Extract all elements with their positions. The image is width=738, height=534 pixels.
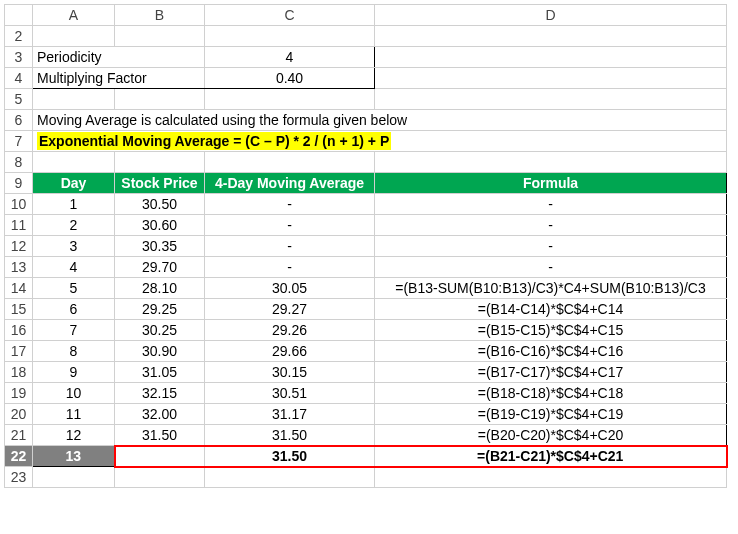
col-header-A[interactable]: A xyxy=(33,5,115,26)
row-header-18[interactable]: 18 xyxy=(5,362,33,383)
cell-ma[interactable]: 31.50 xyxy=(205,425,375,446)
cell-formula[interactable]: =(B14-C14)*$C$4+C14 xyxy=(375,299,727,320)
cell-price[interactable]: 28.10 xyxy=(115,278,205,299)
row-header-4[interactable]: 4 xyxy=(5,68,33,89)
cell-A5[interactable] xyxy=(33,89,115,110)
cell-day[interactable]: 9 xyxy=(33,362,115,383)
cell-A2[interactable] xyxy=(33,26,115,47)
row-header-5[interactable]: 5 xyxy=(5,89,33,110)
cell-A3[interactable]: Periodicity xyxy=(33,47,205,68)
row-header-19[interactable]: 19 xyxy=(5,383,33,404)
cell-D5[interactable] xyxy=(375,89,727,110)
cell-formula[interactable]: - xyxy=(375,257,727,278)
row-header-3[interactable]: 3 xyxy=(5,47,33,68)
cell-formula[interactable]: =(B17-C17)*$C$4+C17 xyxy=(375,362,727,383)
cell-ma[interactable]: 29.66 xyxy=(205,341,375,362)
cell-A23[interactable] xyxy=(33,467,115,488)
cell-price[interactable]: 32.15 xyxy=(115,383,205,404)
cell-ma[interactable]: - xyxy=(205,236,375,257)
cell-day[interactable]: 2 xyxy=(33,215,115,236)
cell-formula[interactable]: =(B13-SUM(B10:B13)/C3)*C4+SUM(B10:B13)/C… xyxy=(375,278,727,299)
cell-price[interactable]: 31.50 xyxy=(115,425,205,446)
cell-ma[interactable]: - xyxy=(205,194,375,215)
cell-D23[interactable] xyxy=(375,467,727,488)
spreadsheet-grid[interactable]: A B C D 2 3 Periodicity 4 4 Multiplying … xyxy=(4,4,728,488)
cell-price[interactable]: 30.35 xyxy=(115,236,205,257)
header-day[interactable]: Day xyxy=(33,173,115,194)
cell-ma[interactable]: 29.27 xyxy=(205,299,375,320)
cell-price[interactable]: 30.50 xyxy=(115,194,205,215)
cell-formula[interactable]: - xyxy=(375,236,727,257)
row-header-16[interactable]: 16 xyxy=(5,320,33,341)
row-header-10[interactable]: 10 xyxy=(5,194,33,215)
cell-B22-price[interactable] xyxy=(115,446,205,467)
cell-D2[interactable] xyxy=(375,26,727,47)
cell-C22-ma[interactable]: 31.50 xyxy=(205,446,375,467)
header-stock-price[interactable]: Stock Price xyxy=(115,173,205,194)
cell-price[interactable]: 30.25 xyxy=(115,320,205,341)
row-header-15[interactable]: 15 xyxy=(5,299,33,320)
cell-B8[interactable] xyxy=(115,152,205,173)
cell-ma[interactable]: - xyxy=(205,257,375,278)
cell-price[interactable]: 30.60 xyxy=(115,215,205,236)
row-header-13[interactable]: 13 xyxy=(5,257,33,278)
cell-formula[interactable]: =(B20-C20)*$C$4+C20 xyxy=(375,425,727,446)
cell-day[interactable]: 8 xyxy=(33,341,115,362)
cell-D3[interactable] xyxy=(375,47,727,68)
cell-ma[interactable]: 31.17 xyxy=(205,404,375,425)
cell-day[interactable]: 12 xyxy=(33,425,115,446)
cell-A8[interactable] xyxy=(33,152,115,173)
row-header-11[interactable]: 11 xyxy=(5,215,33,236)
cell-price[interactable]: 30.90 xyxy=(115,341,205,362)
row-header-2[interactable]: 2 xyxy=(5,26,33,47)
cell-D22-formula[interactable]: =(B21-C21)*$C$4+C21 xyxy=(375,446,727,467)
cell-formula[interactable]: =(B16-C16)*$C$4+C16 xyxy=(375,341,727,362)
cell-day[interactable]: 10 xyxy=(33,383,115,404)
row-header-12[interactable]: 12 xyxy=(5,236,33,257)
cell-B2[interactable] xyxy=(115,26,205,47)
row-header-9[interactable]: 9 xyxy=(5,173,33,194)
header-formula[interactable]: Formula xyxy=(375,173,727,194)
cell-price[interactable]: 32.00 xyxy=(115,404,205,425)
cell-formula[interactable]: - xyxy=(375,215,727,236)
cell-D4[interactable] xyxy=(375,68,727,89)
cell-formula[interactable]: =(B15-C15)*$C$4+C15 xyxy=(375,320,727,341)
cell-formula[interactable]: =(B18-C18)*$C$4+C18 xyxy=(375,383,727,404)
cell-day[interactable]: 3 xyxy=(33,236,115,257)
cell-ma[interactable]: 29.26 xyxy=(205,320,375,341)
cell-A7-formula-highlight[interactable]: Exponential Moving Average = (C – P) * 2… xyxy=(33,131,727,152)
cell-C4[interactable]: 0.40 xyxy=(205,68,375,89)
cell-day[interactable]: 5 xyxy=(33,278,115,299)
cell-A4[interactable]: Multiplying Factor xyxy=(33,68,205,89)
row-header-7[interactable]: 7 xyxy=(5,131,33,152)
cell-C2[interactable] xyxy=(205,26,375,47)
cell-ma[interactable]: 30.15 xyxy=(205,362,375,383)
row-header-22[interactable]: 22 xyxy=(5,446,33,467)
cell-A22-day[interactable]: 13 xyxy=(33,446,115,467)
cell-day[interactable]: 4 xyxy=(33,257,115,278)
cell-day[interactable]: 11 xyxy=(33,404,115,425)
cell-B23[interactable] xyxy=(115,467,205,488)
col-header-D[interactable]: D xyxy=(375,5,727,26)
cell-day[interactable]: 1 xyxy=(33,194,115,215)
col-header-B[interactable]: B xyxy=(115,5,205,26)
select-all-corner[interactable] xyxy=(5,5,33,26)
cell-B5[interactable] xyxy=(115,89,205,110)
col-header-C[interactable]: C xyxy=(205,5,375,26)
cell-A6[interactable]: Moving Average is calculated using the f… xyxy=(33,110,727,131)
row-header-8[interactable]: 8 xyxy=(5,152,33,173)
row-header-23[interactable]: 23 xyxy=(5,467,33,488)
cell-price[interactable]: 29.70 xyxy=(115,257,205,278)
row-header-21[interactable]: 21 xyxy=(5,425,33,446)
row-header-17[interactable]: 17 xyxy=(5,341,33,362)
cell-price[interactable]: 31.05 xyxy=(115,362,205,383)
row-header-20[interactable]: 20 xyxy=(5,404,33,425)
cell-ma[interactable]: - xyxy=(205,215,375,236)
cell-price[interactable]: 29.25 xyxy=(115,299,205,320)
row-header-6[interactable]: 6 xyxy=(5,110,33,131)
cell-day[interactable]: 7 xyxy=(33,320,115,341)
cell-C5[interactable] xyxy=(205,89,375,110)
row-header-14[interactable]: 14 xyxy=(5,278,33,299)
cell-C8[interactable] xyxy=(205,152,375,173)
cell-D8[interactable] xyxy=(375,152,727,173)
